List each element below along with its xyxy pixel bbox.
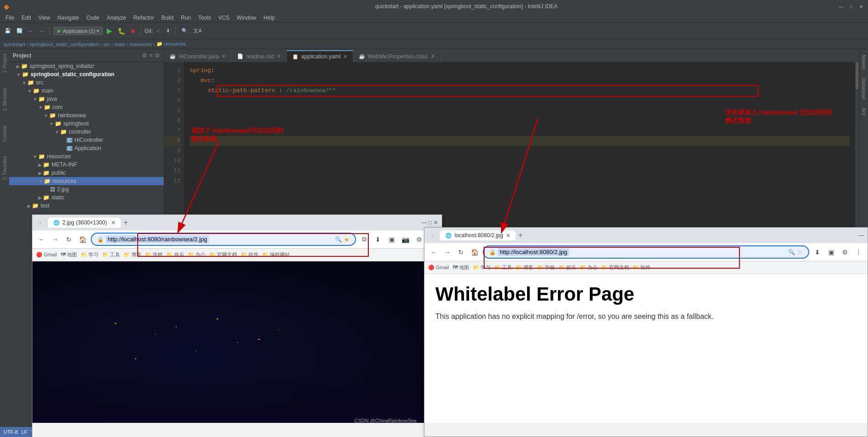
- sidebar-settings-icon[interactable]: ⚙: [155, 52, 160, 59]
- browser2-refresh[interactable]: ↻: [455, 247, 466, 258]
- close-button[interactable]: ✕: [858, 3, 864, 10]
- browser1-back[interactable]: ←: [36, 234, 47, 245]
- tab-webmvc[interactable]: ☕ WebMvcProperties.class ✕: [353, 50, 441, 62]
- browser2-new-tab[interactable]: +: [518, 231, 522, 239]
- menu-tools[interactable]: Tools: [195, 14, 215, 22]
- bookmark-tools-2[interactable]: 📁 工具: [494, 264, 512, 271]
- menu-code[interactable]: Code: [83, 14, 103, 22]
- browser1-home[interactable]: 🏠: [77, 234, 88, 245]
- tab-hicontroller[interactable]: ☕ HiController.java ✕: [164, 50, 232, 62]
- browser2-menu[interactable]: ⋮: [853, 247, 864, 258]
- toolbar-forward[interactable]: →: [37, 26, 46, 36]
- left-tab-favorites[interactable]: 2: Favorites: [1, 153, 8, 182]
- bookmark-ent-1[interactable]: 📁 娱乐: [166, 251, 184, 258]
- bookmark-soft-2[interactable]: 📁 软件: [633, 264, 651, 271]
- breadcrumb-resources2[interactable]: 📁 resources: [156, 41, 186, 47]
- browser2-star-icon[interactable]: ☆: [797, 249, 803, 256]
- tree-item-springboot[interactable]: ▼ 📁 springboot: [9, 120, 164, 128]
- run-configuration[interactable]: ▶ Application (1) ▾: [53, 26, 103, 35]
- debug-button[interactable]: 🐛: [116, 26, 127, 36]
- tab-close-readme[interactable]: ✕: [277, 53, 281, 59]
- tree-item-2jpg[interactable]: 🖼 2.jpg: [9, 185, 164, 193]
- tree-item-test[interactable]: ▶ 📁 test: [9, 202, 164, 210]
- bookmark-gmail-2[interactable]: 🔴 Gmail: [428, 265, 449, 271]
- toolbar-save[interactable]: 💾: [3, 26, 13, 36]
- tree-item-com[interactable]: ▼ 📁 com: [9, 103, 164, 111]
- browser2-btn2[interactable]: ▣: [826, 247, 837, 258]
- search-button[interactable]: 🔍: [180, 26, 190, 36]
- menu-analyze[interactable]: Analyze: [103, 14, 130, 22]
- browser1-search-icon[interactable]: 🔍: [335, 236, 342, 243]
- menu-window[interactable]: Window: [233, 14, 260, 22]
- menu-vcs[interactable]: VCS: [215, 14, 233, 22]
- browser1-new-tab[interactable]: +: [124, 218, 128, 227]
- menu-file[interactable]: File: [2, 14, 18, 22]
- right-panel-maven[interactable]: Maven: [860, 51, 868, 73]
- maximize-button[interactable]: □: [848, 3, 854, 10]
- translate-button[interactable]: 文A: [191, 26, 203, 36]
- left-tab-commit[interactable]: Commit: [1, 123, 8, 144]
- browser1-maximize[interactable]: □: [429, 219, 432, 226]
- git-checkmark[interactable]: ✓: [155, 26, 162, 36]
- tree-item-java[interactable]: ▼ 📁 java: [9, 95, 164, 103]
- bookmark-code-1[interactable]: 📁 编程网站: [262, 251, 290, 258]
- sidebar-collapse-icon[interactable]: ≡: [149, 52, 153, 59]
- browser1-pip[interactable]: ▣: [386, 234, 397, 245]
- bookmark-office-2[interactable]: 📁 办公: [580, 264, 598, 271]
- tab-close-hicontroller[interactable]: ✕: [222, 53, 226, 59]
- bookmark-blog-1[interactable]: 📁 博客: [124, 251, 141, 258]
- bookmark-gmail-1[interactable]: 🔴 Gmail: [36, 252, 57, 258]
- tab-application-yaml[interactable]: 📋 application.yaml ✕: [287, 50, 353, 62]
- tree-item-hicontroller[interactable]: C HiController: [9, 136, 164, 144]
- browser2-minimize[interactable]: —: [858, 232, 864, 239]
- menu-build[interactable]: Build: [158, 14, 177, 22]
- browser2-btn3[interactable]: ⚙: [839, 247, 850, 258]
- bookmark-study-2[interactable]: 📁 学习: [473, 264, 491, 271]
- browser1-tab-close[interactable]: ✕: [111, 220, 115, 226]
- minimize-button[interactable]: —: [838, 3, 844, 10]
- bookmark-docs-2[interactable]: 📁 官网文档: [601, 264, 629, 271]
- tab-close-webmvc[interactable]: ✕: [431, 53, 435, 59]
- browser2-search-icon[interactable]: 🔍: [788, 249, 795, 255]
- menu-edit[interactable]: Edit: [18, 14, 35, 22]
- menu-navigate[interactable]: Navigate: [54, 14, 83, 22]
- browser-tab-2-active[interactable]: 🌐 localhost:8080/2.jpg ✕: [440, 230, 516, 240]
- browser2-tab-close[interactable]: ✕: [506, 233, 510, 239]
- browser1-download[interactable]: ⬇: [372, 234, 383, 245]
- browser2-home[interactable]: 🏠: [469, 247, 480, 258]
- bookmark-school-1[interactable]: 📁 学校: [145, 251, 163, 258]
- breadcrumb-quickstart[interactable]: quickstart: [4, 42, 25, 47]
- menu-run[interactable]: Run: [177, 14, 195, 22]
- browser1-capture[interactable]: 📷: [400, 234, 411, 245]
- tree-item-controller[interactable]: ▼ 📁 controller: [9, 128, 164, 136]
- browser1-url-bar[interactable]: 🔒 http://localhost:8080/rainbowsea/2.jpg…: [91, 233, 356, 246]
- browser2-menu-icon[interactable]: ≡: [431, 233, 434, 238]
- tree-item-resources-main[interactable]: ▼ 📁 resources: [9, 152, 164, 161]
- browser1-copy[interactable]: ⧉: [359, 234, 370, 245]
- tree-item-rainbowsea[interactable]: ▼ 📁 rainbowsea: [9, 111, 164, 120]
- tab-readme[interactable]: 📄 readme.md ✕: [232, 50, 287, 62]
- sidebar-gear-icon[interactable]: ⚙: [142, 52, 147, 59]
- browser1-settings[interactable]: ⚙: [413, 234, 424, 245]
- browser2-url-bar[interactable]: 🔒 http://localhost:8080/2.jpg 🔍 ☆: [483, 245, 809, 259]
- left-tab-structure[interactable]: 2: Structure: [1, 85, 8, 114]
- browser1-forward[interactable]: →: [50, 234, 61, 245]
- bookmark-ent-2[interactable]: 📁 娱乐: [558, 264, 576, 271]
- tree-item-springboot-static[interactable]: ▼ 📁 springboot_static_configuration: [9, 70, 164, 78]
- browser1-minimize[interactable]: —: [421, 219, 427, 226]
- browser2-back[interactable]: ←: [428, 247, 439, 258]
- tab-close-yaml[interactable]: ✕: [343, 54, 347, 60]
- browser1-refresh[interactable]: ↻: [63, 234, 74, 245]
- bookmark-map-1[interactable]: 🗺 地图: [61, 251, 77, 258]
- bookmark-soft-1[interactable]: 📁 软件: [241, 251, 258, 258]
- browser1-close[interactable]: ✕: [434, 219, 438, 226]
- tree-item-main[interactable]: ▼ 📁 main: [9, 87, 164, 95]
- browser2-btn1[interactable]: ⬇: [812, 247, 823, 258]
- bookmark-docs-1[interactable]: 📁 官网文档: [209, 251, 237, 258]
- breadcrumb-module[interactable]: springboot_static_configuration: [30, 42, 99, 47]
- bookmark-study-1[interactable]: 📁 学习: [81, 251, 98, 258]
- browser1-menu-icon[interactable]: ≡: [39, 220, 42, 225]
- toolbar-back[interactable]: ←: [26, 26, 35, 36]
- tree-item-static[interactable]: ▶ 📁 static: [9, 193, 164, 202]
- bookmark-tools-1[interactable]: 📁 工具: [102, 251, 120, 258]
